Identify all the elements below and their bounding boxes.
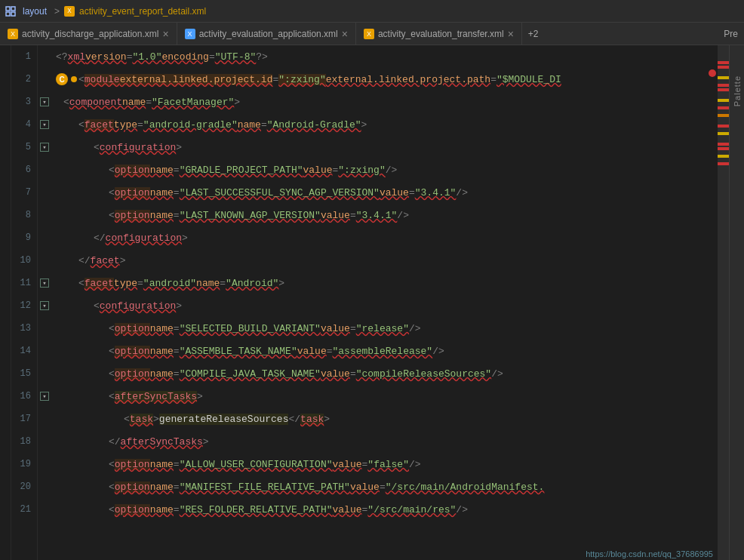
code-line-2: C <module external.linked.project.id=":z… (51, 68, 718, 91)
code-line-12: <configuration> (51, 294, 718, 317)
fold-icon-5[interactable]: ▾ (40, 143, 49, 152)
svg-rect-2 (6, 12, 10, 16)
tab-label-discharge: activity_discharge_application.xml (22, 29, 158, 39)
l4-close: > (361, 119, 367, 131)
tab-eval-transfer[interactable]: X activity_evaluation_transfer.xml × (356, 23, 522, 45)
l16-close: > (197, 391, 203, 402)
l4-open: < (78, 119, 85, 131)
l8-open: < (109, 210, 115, 221)
l4-name-attr: name (238, 119, 261, 131)
l16-after-sync-tag: afterSyncTasks (115, 391, 197, 402)
scroll-marker-1 (718, 61, 729, 64)
line-num-14: 14 (11, 340, 31, 362)
l17-close1: > (153, 414, 159, 425)
fold-column: ▾ ▾ ▾ ▾ ▾ ▾ (38, 45, 51, 560)
scroll-marker-14 (718, 162, 729, 165)
gutter-15 (0, 362, 11, 385)
line-num-19: 19 (11, 453, 31, 475)
right-scrollbar[interactable] (718, 45, 729, 560)
scroll-marker-10 (718, 132, 729, 135)
tab-close-eval-app[interactable]: × (342, 29, 348, 39)
tab-overflow[interactable]: +2 (522, 23, 545, 45)
url-text: https://blog.csdn.net/qq_37686995 (586, 549, 713, 558)
gutter-19 (0, 453, 11, 475)
gutter-13 (0, 317, 11, 340)
fold-5[interactable]: ▾ (38, 136, 51, 158)
scroll-marker-9 (718, 125, 729, 128)
tab-bar: X activity_discharge_application.xml × X… (0, 23, 744, 45)
l7-name-attr: name (150, 187, 174, 198)
palette-label: Palette (733, 75, 742, 106)
l7-option-tag: option (115, 187, 150, 198)
scroll-marker-12 (718, 147, 729, 150)
tab-discharge[interactable]: X activity_discharge_application.xml × (0, 23, 177, 45)
layout-label: layout (23, 6, 47, 17)
fold-3[interactable]: ▾ (38, 91, 51, 113)
tab-close-discharge[interactable]: × (162, 29, 168, 39)
scroll-marker-8 (718, 114, 729, 117)
scroll-top (718, 45, 729, 60)
l13-value-val: "release" (356, 323, 409, 334)
scroll-rest (718, 166, 729, 560)
gutter-12 (0, 294, 11, 317)
fold-11[interactable]: ▾ (38, 272, 51, 294)
gutter-3 (0, 91, 11, 113)
code-line-15: <option name="COMPILE_JAVA_TASK_NAME" va… (51, 362, 718, 385)
l20-value-attr: value (350, 482, 380, 493)
fold-13 (38, 317, 51, 340)
tab-evaluation-app[interactable]: X activity_evaluation_application.xml × (177, 23, 356, 45)
fold-18 (38, 430, 51, 453)
line-num-11: 11 (11, 272, 31, 294)
scroll-gap-8 (718, 136, 729, 142)
fold-20 (38, 475, 51, 498)
code-line-14: <option name="ASSEMBLE_TASK_NAME" value=… (51, 340, 718, 362)
pre-text: Pre (724, 29, 738, 39)
code-content[interactable]: <?xml version="1.0" encoding="UTF-8"?> C… (51, 45, 718, 560)
l20-name-attr: name (150, 482, 174, 493)
l1-open-pi: <? (56, 51, 68, 63)
separator: > (54, 6, 60, 17)
code-line-3: <component name="FacetManager"> (51, 91, 718, 113)
l5-close: > (176, 142, 182, 153)
fold-4[interactable]: ▾ (38, 113, 51, 136)
l1-version-attr: version (85, 51, 127, 63)
l7-name-val: "LAST_SUCCESSFUL_SYNC_AGP_VERSION" (180, 187, 380, 198)
l19-value-attr: value (333, 459, 362, 470)
l9-open: </ (94, 232, 106, 244)
fold-icon-4[interactable]: ▾ (40, 120, 49, 129)
fold-icon-11[interactable]: ▾ (40, 278, 49, 288)
fold-12[interactable]: ▾ (38, 294, 51, 317)
l12-close: > (176, 300, 182, 312)
l4-facet-tag: facet (85, 119, 114, 131)
l14-value-attr: value (297, 346, 327, 357)
layout-icon (3, 4, 18, 19)
l18-after-sync-tag: afterSyncTasks (121, 436, 203, 448)
fold-9 (38, 226, 51, 249)
code-line-4: <facet type="android-gradle" name="Andro… (51, 113, 718, 136)
l15-option-tag: option (115, 368, 150, 380)
code-line-21: <option name="RES_FOLDER_RELATIVE_PATH" … (51, 498, 718, 521)
fold-icon-16[interactable]: ▾ (40, 392, 49, 401)
l14-open: < (109, 346, 115, 357)
gutter-4 (0, 113, 11, 136)
l21-value-attr: value (333, 504, 362, 515)
fold-16[interactable]: ▾ (38, 385, 51, 408)
tab-close-eval-transfer[interactable]: × (508, 29, 514, 39)
l2-proj-path-attr: external.linked.project.path (326, 74, 490, 85)
l1-enc-attr: encoding (161, 51, 208, 63)
l5-config-tag: configuration (100, 142, 176, 153)
l15-name-attr: name (150, 368, 174, 380)
tab-icon-eval-transfer: X (364, 29, 374, 39)
code-line-8: <option name="LAST_KNOWN_AGP_VERSION" va… (51, 204, 718, 226)
scroll-gap-1 (718, 69, 729, 75)
l20-option-tag: option (115, 482, 150, 493)
l17-open2: </ (288, 414, 300, 425)
fold-icon-12[interactable]: ▾ (40, 301, 49, 310)
l3-name-val: "FacetManager" (152, 97, 234, 108)
fold-7 (38, 181, 51, 204)
fold-icon-3[interactable]: ▾ (40, 97, 49, 106)
l5-open: < (94, 142, 100, 153)
l1-eq1: = (127, 51, 133, 63)
l13-open: < (109, 323, 115, 334)
code-line-17: <task>generateReleaseSources</task> (51, 408, 718, 430)
